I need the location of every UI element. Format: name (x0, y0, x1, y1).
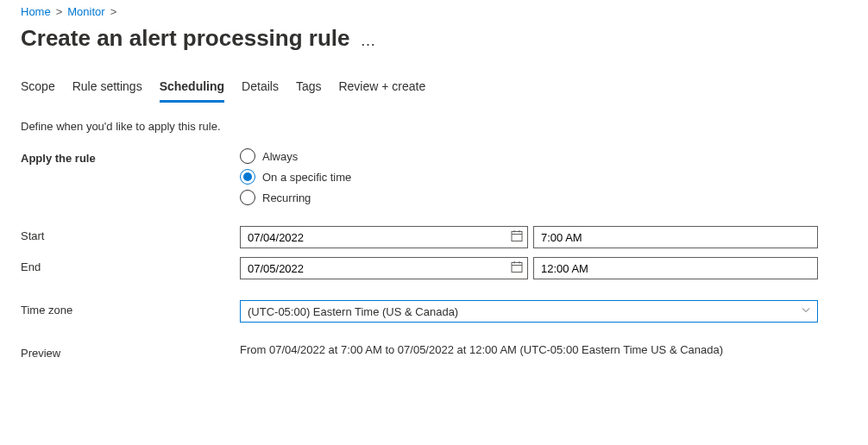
chevron-right-icon: > (56, 5, 63, 18)
tab-tags[interactable]: Tags (296, 76, 322, 103)
radio-icon (240, 169, 255, 185)
start-label: Start (21, 226, 240, 242)
chevron-right-icon: > (110, 5, 117, 18)
tab-review-create[interactable]: Review + create (338, 76, 425, 103)
radio-icon (240, 148, 255, 164)
radio-always[interactable]: Always (240, 148, 847, 164)
start-date-input-wrap (240, 226, 528, 248)
apply-rule-label: Apply the rule (21, 148, 240, 165)
scheduling-description: Define when you'd like to apply this rul… (21, 120, 847, 133)
end-date-input[interactable] (240, 257, 528, 279)
start-time-input[interactable] (533, 226, 818, 248)
start-date-input[interactable] (240, 226, 528, 248)
tab-scheduling[interactable]: Scheduling (160, 76, 224, 103)
preview-text: From 07/04/2022 at 7:00 AM to 07/05/2022… (240, 343, 847, 356)
tab-rule-settings[interactable]: Rule settings (72, 76, 142, 103)
more-icon[interactable]: … (360, 32, 377, 50)
radio-icon (240, 190, 255, 205)
page-title: Create an alert processing rule (21, 25, 349, 52)
timezone-value: (UTC-05:00) Eastern Time (US & Canada) (248, 305, 458, 318)
end-time-input[interactable] (533, 257, 818, 279)
preview-label: Preview (21, 343, 240, 360)
radio-specific-label: On a specific time (262, 171, 351, 184)
breadcrumb-monitor[interactable]: Monitor (67, 5, 104, 18)
end-date-input-wrap (240, 257, 528, 279)
start-time-input-wrap (533, 226, 818, 248)
radio-specific-time[interactable]: On a specific time (240, 169, 847, 185)
breadcrumb: Home > Monitor > (21, 5, 847, 18)
breadcrumb-home[interactable]: Home (21, 5, 51, 18)
radio-recurring-label: Recurring (262, 191, 311, 204)
tab-details[interactable]: Details (242, 76, 279, 103)
radio-recurring[interactable]: Recurring (240, 190, 847, 205)
timezone-label: Time zone (21, 300, 240, 317)
radio-always-label: Always (262, 150, 298, 163)
end-label: End (21, 257, 240, 273)
tabs: Scope Rule settings Scheduling Details T… (21, 76, 847, 103)
tab-scope[interactable]: Scope (21, 76, 55, 103)
end-time-input-wrap (533, 257, 818, 279)
apply-rule-radio-group: Always On a specific time Recurring (240, 148, 847, 205)
timezone-select[interactable]: (UTC-05:00) Eastern Time (US & Canada) (240, 300, 818, 323)
